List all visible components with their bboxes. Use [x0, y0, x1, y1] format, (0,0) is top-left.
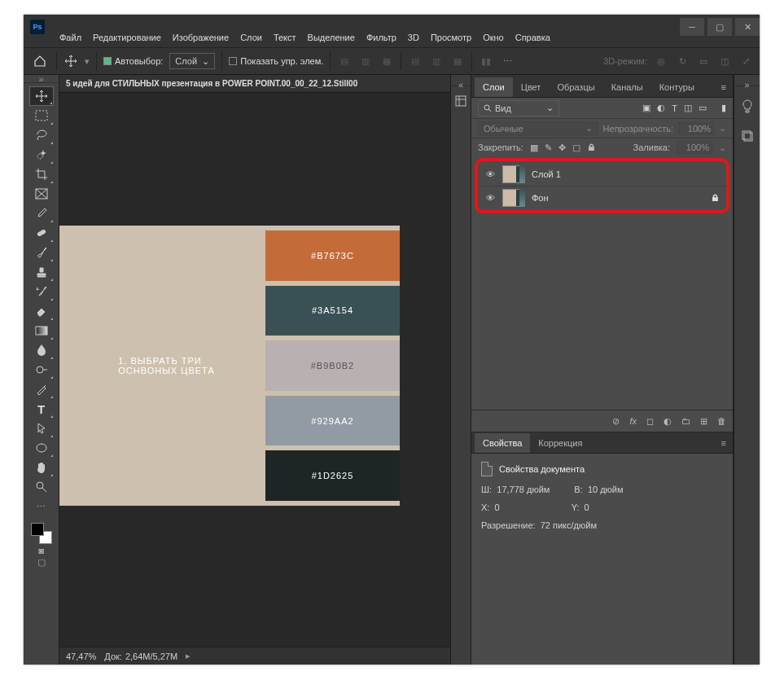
marquee-tool[interactable]: [29, 106, 54, 125]
tab-properties[interactable]: Свойства: [475, 433, 530, 453]
lock-all-icon[interactable]: 🔒︎: [587, 143, 596, 152]
distribute-icon[interactable]: ▮▮: [479, 54, 493, 68]
crop-tool[interactable]: [29, 165, 54, 184]
lasso-tool[interactable]: [29, 125, 54, 145]
menu-window[interactable]: Окно: [483, 33, 504, 42]
blur-tool[interactable]: [29, 340, 54, 360]
panel-menu-icon[interactable]: ≡: [715, 77, 733, 97]
layer-row[interactable]: 👁︎ Слой 1: [478, 163, 726, 186]
fill-field[interactable]: 100%: [677, 141, 712, 154]
lock-transparent-icon[interactable]: ▩: [530, 143, 538, 153]
menu-type[interactable]: Текст: [274, 33, 296, 42]
status-more-icon[interactable]: ▸: [186, 651, 191, 661]
layer-row[interactable]: 👁︎ Фон 🔒︎: [478, 186, 726, 208]
autoselect-scope-dropdown[interactable]: Слой⌄: [169, 53, 215, 69]
orbit-3d-icon[interactable]: ◎: [654, 54, 668, 68]
document-tab[interactable]: 5 идей для СТИЛЬНЫХ презентация в POWER …: [59, 75, 450, 93]
tab-adjustments[interactable]: Коррекция: [530, 433, 590, 453]
dock-collapse-right-icon[interactable]: »: [734, 80, 760, 86]
eyedropper-tool[interactable]: [29, 204, 54, 223]
menu-edit[interactable]: Редактирование: [93, 33, 161, 42]
align-left-icon[interactable]: ▤: [337, 54, 352, 68]
edit-toolbar-icon[interactable]: ⋯: [29, 497, 54, 516]
menu-image[interactable]: Изображение: [173, 33, 229, 42]
layer-thumbnail[interactable]: [502, 165, 525, 183]
layer-filter-dropdown[interactable]: Вид⌄: [478, 100, 559, 116]
tab-layers[interactable]: Слои: [475, 77, 513, 97]
tab-color[interactable]: Цвет: [513, 77, 550, 97]
link-layers-icon[interactable]: ⊘: [612, 416, 620, 427]
quick-select-tool[interactable]: [29, 145, 54, 165]
tab-channels[interactable]: Каналы: [603, 77, 651, 97]
canvas[interactable]: 1. ВЫБРАТЬ ТРИ ОСНВОНЫХ ЦВЕТА #B7673C #3…: [59, 93, 450, 647]
libraries-panel-icon[interactable]: [738, 127, 756, 145]
hand-tool[interactable]: [29, 458, 54, 477]
slide-3d-icon[interactable]: ◫: [717, 54, 732, 68]
align-middle-icon[interactable]: ▥: [429, 54, 444, 68]
show-transform-checkbox[interactable]: Показать упр. элем.: [229, 56, 323, 66]
lock-icon[interactable]: 🔒︎: [711, 193, 720, 203]
dodge-tool[interactable]: [29, 360, 54, 379]
gradient-tool[interactable]: [29, 321, 54, 340]
filter-pixel-icon[interactable]: ▣: [642, 103, 650, 113]
tab-paths[interactable]: Контуры: [651, 77, 703, 97]
align-center-icon[interactable]: ▥: [358, 54, 373, 68]
zoom-tool[interactable]: [29, 477, 54, 497]
opacity-field[interactable]: 100%: [678, 122, 714, 135]
menu-help[interactable]: Справка: [515, 33, 550, 42]
toolbox-collapse-icon[interactable]: »: [24, 75, 59, 83]
fx-icon[interactable]: fx: [629, 416, 637, 426]
filter-smart-icon[interactable]: ▭: [699, 103, 707, 113]
menu-file[interactable]: Файл: [59, 33, 81, 42]
path-select-tool[interactable]: [29, 419, 54, 438]
stamp-tool[interactable]: [29, 262, 54, 282]
lock-artboard-icon[interactable]: ▢: [572, 143, 580, 153]
blend-mode-dropdown[interactable]: Обычные⌄: [478, 121, 598, 136]
align-bottom-icon[interactable]: ▦: [450, 54, 465, 68]
menu-filter[interactable]: Фильтр: [366, 33, 396, 42]
quickmask-icon[interactable]: ◙: [33, 546, 50, 557]
align-right-icon[interactable]: ▦: [379, 54, 394, 68]
menu-view[interactable]: Просмотр: [431, 33, 471, 42]
filter-toggle-icon[interactable]: ▮: [721, 103, 726, 113]
visibility-icon[interactable]: 👁︎: [484, 169, 496, 179]
lock-move-icon[interactable]: ✥: [558, 143, 566, 153]
eraser-tool[interactable]: [29, 301, 54, 321]
pan-3d-icon[interactable]: ▭: [696, 54, 711, 68]
menu-3d[interactable]: 3D: [408, 33, 419, 42]
swirl-3d-icon[interactable]: ↻: [675, 54, 690, 68]
dock-collapse-left-icon[interactable]: «: [451, 80, 471, 86]
learn-panel-icon[interactable]: [738, 98, 756, 116]
autoselect-checkbox[interactable]: Автовыбор:: [103, 56, 163, 66]
pen-tool[interactable]: [29, 379, 54, 399]
new-group-icon[interactable]: 🗀︎: [681, 416, 690, 426]
home-icon[interactable]: [30, 51, 50, 71]
visibility-icon[interactable]: 👁︎: [484, 193, 496, 203]
layer-name[interactable]: Фон: [532, 193, 549, 203]
delete-layer-icon[interactable]: 🗑︎: [717, 416, 726, 426]
color-swatches[interactable]: [29, 521, 54, 546]
menu-select[interactable]: Выделение: [308, 33, 355, 42]
healing-tool[interactable]: [29, 223, 54, 243]
screenmode-icon[interactable]: ▢: [33, 557, 50, 568]
add-mask-icon[interactable]: ◻: [646, 416, 654, 427]
align-top-icon[interactable]: ▤: [408, 54, 423, 68]
new-layer-icon[interactable]: ⊞: [700, 416, 707, 427]
history-brush-tool[interactable]: [29, 282, 54, 301]
tab-swatches[interactable]: Образцы: [549, 77, 602, 97]
lock-paint-icon[interactable]: ✎: [545, 143, 552, 153]
filter-type-icon[interactable]: T: [672, 103, 677, 113]
filter-shape-icon[interactable]: ◫: [684, 103, 692, 113]
filter-adjust-icon[interactable]: ◐: [657, 103, 665, 113]
brush-tool[interactable]: [29, 243, 54, 262]
layer-thumbnail[interactable]: [502, 189, 525, 207]
layer-name[interactable]: Слой 1: [532, 169, 561, 179]
frame-tool[interactable]: [29, 184, 54, 204]
new-adjustment-icon[interactable]: ◐: [664, 416, 672, 427]
history-panel-icon[interactable]: [454, 94, 467, 107]
more-align-icon[interactable]: ⋯: [500, 54, 515, 68]
properties-menu-icon[interactable]: ≡: [715, 433, 733, 453]
type-tool[interactable]: T: [29, 399, 54, 419]
shape-tool[interactable]: [29, 438, 54, 458]
menu-layer[interactable]: Слои: [240, 33, 262, 42]
